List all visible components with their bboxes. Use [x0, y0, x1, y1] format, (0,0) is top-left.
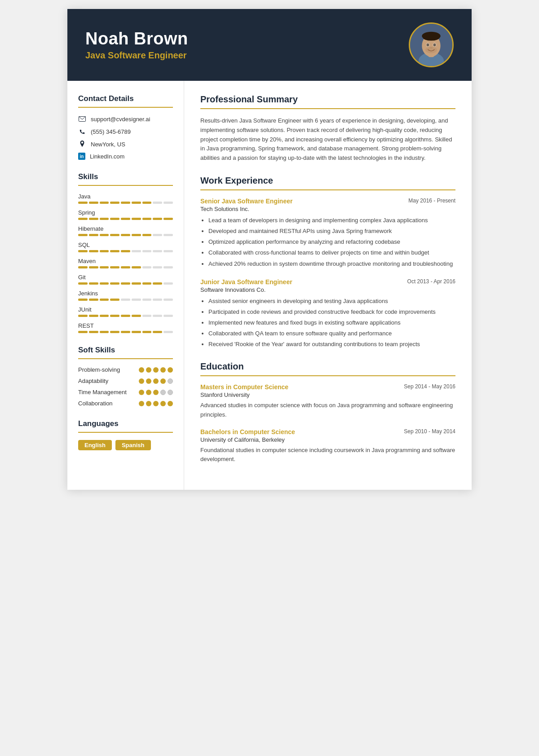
skills-list: JavaSpringHibernateSQLMavenGitJenkinsJUn… — [78, 193, 173, 333]
education-degree: Masters in Computer Science — [200, 383, 288, 391]
experience-bullet: Developed and maintained RESTful APIs us… — [208, 227, 455, 236]
language-tag: English — [78, 440, 112, 450]
skill-name: JUnit — [78, 306, 173, 313]
soft-skill-name: Time Management — [78, 389, 139, 396]
skill-seg-filled — [89, 234, 98, 236]
skill-bar — [78, 315, 173, 317]
experience-bullet: Collaborated with QA team to ensure soft… — [208, 329, 455, 338]
skill-seg-filled — [110, 202, 119, 204]
skill-seg-filled — [78, 218, 88, 220]
dot-filled — [139, 378, 144, 384]
skill-item: JUnit — [78, 306, 173, 317]
dot-filled — [153, 401, 159, 406]
experience-bullet: Collaborated with cross-functional teams… — [208, 248, 455, 257]
skill-seg-empty — [153, 202, 162, 204]
contact-item: (555) 345-6789 — [78, 127, 173, 136]
dot-filled — [146, 401, 151, 406]
svg-point-10 — [433, 43, 436, 47]
contact-divider — [78, 107, 173, 108]
skill-seg-empty — [153, 250, 162, 252]
contact-list: support@cvdesigner.ai (555) 345-6789 New… — [78, 115, 173, 160]
contact-item: inLinkedIn.com — [78, 153, 173, 160]
skill-seg-empty — [132, 250, 141, 252]
skill-seg-empty — [163, 282, 173, 285]
skill-seg-filled — [132, 218, 141, 220]
skill-seg-filled — [78, 202, 88, 204]
skill-item: Java — [78, 193, 173, 204]
skill-seg-empty — [142, 315, 152, 317]
experience-bullets: Assisted senior engineers in developing … — [200, 297, 455, 349]
skill-seg-filled — [142, 282, 152, 285]
dot-filled — [160, 378, 166, 384]
skills-section-title: Skills — [78, 172, 173, 181]
education-item: Bachelors in Computer ScienceSep 2010 - … — [200, 428, 455, 464]
skill-seg-filled — [121, 250, 130, 252]
contact-item-text: support@cvdesigner.ai — [91, 116, 150, 123]
avatar — [409, 22, 454, 67]
main-content: Professional Summary Results-driven Java… — [184, 81, 472, 490]
soft-skills-list: Problem-solvingAdaptabilityTime Manageme… — [78, 366, 173, 407]
skill-seg-filled — [153, 331, 162, 333]
skill-name: REST — [78, 322, 173, 329]
soft-skill-dots — [139, 367, 173, 373]
education-description: Advanced studies in computer science wit… — [200, 401, 455, 419]
soft-skill-dots — [139, 378, 173, 384]
skill-seg-filled — [78, 299, 88, 301]
education-divider — [200, 375, 455, 376]
skill-seg-filled — [89, 266, 98, 268]
education-date: Sep 2014 - May 2016 — [404, 383, 455, 390]
education-title: Education — [200, 361, 455, 372]
skill-seg-filled — [132, 234, 141, 236]
languages-section: Languages EnglishSpanish — [78, 419, 173, 450]
skill-seg-empty — [163, 331, 173, 333]
resume-container: Noah Brown Java Software Engineer — [67, 9, 472, 490]
skill-seg-filled — [121, 282, 130, 285]
dot-filled — [146, 378, 151, 384]
skill-seg-empty — [163, 234, 173, 236]
skill-seg-empty — [163, 315, 173, 317]
dot-filled — [146, 367, 151, 373]
dot-filled — [160, 367, 166, 373]
svg-point-9 — [426, 43, 429, 47]
skills-section: Skills JavaSpringHibernateSQLMavenGitJen… — [78, 172, 173, 333]
skill-seg-empty — [163, 299, 173, 301]
experience-date: Oct 2013 - Apr 2016 — [407, 278, 455, 285]
experience-header: Junior Java Software EngineerOct 2013 - … — [200, 278, 455, 286]
skill-item: REST — [78, 322, 173, 333]
skill-seg-filled — [132, 315, 141, 317]
skill-seg-filled — [100, 299, 109, 301]
experience-job-title: Senior Java Software Engineer — [200, 198, 292, 205]
experience-item: Senior Java Software EngineerMay 2016 - … — [200, 198, 455, 268]
summary-section: Professional Summary Results-driven Java… — [200, 94, 455, 163]
dot-filled — [168, 401, 173, 406]
contact-item: NewYork, US — [78, 140, 173, 148]
education-date: Sep 2010 - May 2014 — [404, 428, 455, 435]
skill-item: Jenkins — [78, 290, 173, 301]
skill-bar — [78, 202, 173, 204]
experience-list: Senior Java Software EngineerMay 2016 - … — [200, 198, 455, 349]
skill-seg-filled — [100, 315, 109, 317]
skill-seg-empty — [142, 266, 152, 268]
skill-seg-filled — [110, 250, 119, 252]
skill-bar — [78, 299, 173, 301]
skill-item: Git — [78, 274, 173, 285]
experience-company: Tech Solutions Inc. — [200, 206, 455, 212]
skill-seg-filled — [121, 331, 130, 333]
contact-item: support@cvdesigner.ai — [78, 115, 173, 123]
skill-seg-filled — [121, 234, 130, 236]
skill-seg-filled — [110, 331, 119, 333]
skill-seg-filled — [142, 234, 152, 236]
dot-filled — [146, 390, 151, 395]
skill-seg-filled — [121, 202, 130, 204]
skill-seg-filled — [121, 315, 130, 317]
skill-name: Spring — [78, 209, 173, 216]
dot-filled — [153, 390, 159, 395]
experience-bullet: Optimized application performance by ana… — [208, 237, 455, 246]
skill-seg-filled — [89, 331, 98, 333]
experience-divider — [200, 189, 455, 190]
education-list: Masters in Computer ScienceSep 2014 - Ma… — [200, 383, 455, 464]
sidebar: Contact Details support@cvdesigner.ai (5… — [67, 81, 184, 490]
experience-section: Work Experience Senior Java Software Eng… — [200, 176, 455, 349]
skill-bar — [78, 331, 173, 333]
experience-bullets: Lead a team of developers in designing a… — [200, 216, 455, 268]
